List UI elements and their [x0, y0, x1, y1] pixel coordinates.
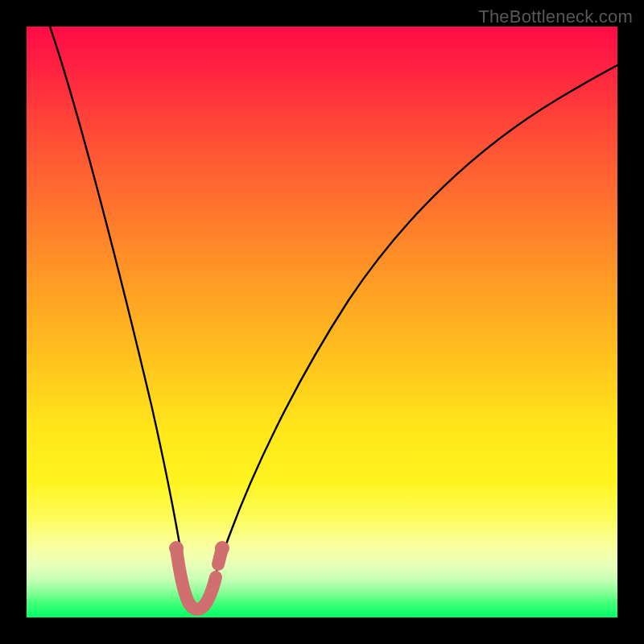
bottleneck-curve-path: [50, 27, 617, 608]
svg-point-1: [169, 541, 184, 555]
curve-overlay: [27, 27, 617, 617]
plot-area: [27, 27, 617, 617]
sweet-spot-highlight: [176, 548, 222, 609]
sweet-spot-endcaps: [169, 541, 229, 555]
watermark-text: TheBottleneck.com: [478, 6, 633, 27]
chart-frame: TheBottleneck.com: [0, 0, 644, 644]
svg-point-2: [215, 541, 229, 555]
